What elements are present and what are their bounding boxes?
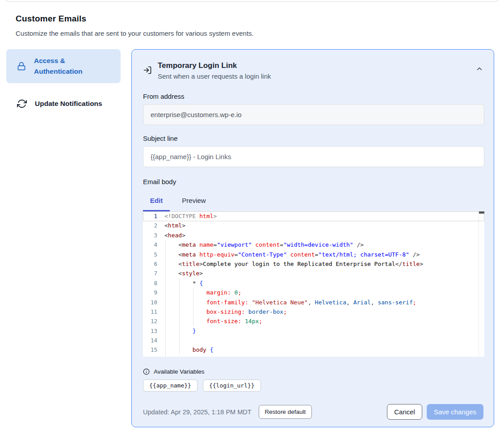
code-line[interactable]: 9 margin: 0; <box>143 288 484 297</box>
previous-card-bottom-edge <box>4 0 500 2</box>
code-text: <!DOCTYPE html> <box>164 211 484 221</box>
code-line[interactable]: 13 } <box>143 326 484 336</box>
page-header: Customer Emails Customize the emails tha… <box>16 14 418 37</box>
code-line[interactable]: 11 box-sizing: border-box; <box>143 307 484 316</box>
scrollbar-thumb[interactable] <box>479 211 484 214</box>
code-line[interactable]: 12 font-size: 14px; <box>143 316 484 326</box>
save-changes-button[interactable]: Save changes <box>427 404 483 420</box>
code-line[interactable]: 10 font-family: "Helvetica Neue", Helvet… <box>143 298 484 307</box>
login-icon <box>143 66 152 75</box>
line-number: 3 <box>143 231 164 240</box>
line-number: 15 <box>143 345 164 354</box>
sidebar-item-label: Access & Authentication <box>34 55 113 77</box>
panel-header: Temporary Login Link Sent when a user re… <box>143 60 483 82</box>
code-text: margin: 0; <box>164 288 484 297</box>
chevron-up-icon[interactable] <box>475 65 483 73</box>
line-number: 7 <box>143 269 164 278</box>
email-body-label: Email body <box>143 178 483 185</box>
temporary-login-link-panel: Temporary Login Link Sent when a user re… <box>131 49 494 427</box>
line-number: 8 <box>143 278 164 288</box>
available-variables-row: Available Variables <box>143 368 483 375</box>
line-number: 5 <box>143 250 164 259</box>
variable-chip-login-url[interactable]: {{login_url}} <box>203 379 261 392</box>
line-number: 1 <box>143 211 164 221</box>
refresh-icon <box>17 99 27 109</box>
code-line[interactable]: 1<!DOCTYPE html> <box>143 211 484 221</box>
line-number: 12 <box>143 316 164 326</box>
code-text: background-color: #ffffff; <box>164 355 484 357</box>
info-icon <box>143 368 150 375</box>
code-line[interactable]: 4 <meta name="viewport" content="width=d… <box>143 240 484 249</box>
available-variables-label: Available Variables <box>154 368 205 375</box>
line-number: 16 <box>143 355 164 357</box>
panel-title: Temporary Login Link <box>158 60 271 71</box>
code-text: * { <box>164 278 484 288</box>
subject-line-input[interactable] <box>143 146 484 167</box>
panel-footer: Updated: Apr 29, 2025, 1:18 PM MDT Resto… <box>143 404 483 420</box>
code-text: font-family: "Helvetica Neue", Helvetica… <box>164 298 484 307</box>
code-text: <meta name="viewport" content="width=dev… <box>164 240 484 249</box>
tab-preview[interactable]: Preview <box>177 193 211 211</box>
sidebar-item-label: Update Notifications <box>35 98 102 109</box>
line-number: 4 <box>143 240 164 249</box>
code-text: <style> <box>164 269 484 278</box>
sidebar-item-access-authentication[interactable]: Access & Authentication <box>6 49 121 83</box>
subject-line-label: Subject line <box>143 135 483 142</box>
page-subtitle: Customize the emails that are sent to yo… <box>16 29 418 37</box>
scrollbar-track-divider <box>479 211 479 357</box>
email-types-sidebar: Access & Authentication Update Notificat… <box>6 49 121 115</box>
code-line[interactable]: 16 background-color: #ffffff; <box>143 355 484 357</box>
from-address-label: From address <box>143 93 483 100</box>
cancel-button[interactable]: Cancel <box>387 404 422 420</box>
line-number: 10 <box>143 298 164 307</box>
code-text: box-sizing: border-box; <box>164 307 484 316</box>
code-line[interactable]: 3<head> <box>143 231 484 240</box>
code-text: <meta http-equiv="Content-Type" content=… <box>164 250 484 259</box>
code-line[interactable]: 8 * { <box>143 278 484 288</box>
code-line[interactable]: 6 <title>Complete your login to the Repl… <box>143 259 484 269</box>
variable-chips: {{app_name}} {{login_url}} <box>143 379 483 392</box>
code-text: <title>Complete your login to the Replic… <box>164 259 484 269</box>
code-line[interactable]: 15 body { <box>143 345 484 354</box>
line-number: 11 <box>143 307 164 316</box>
code-line[interactable]: 5 <meta http-equiv="Content-Type" conten… <box>143 250 484 259</box>
restore-default-button[interactable]: Restore default <box>259 405 312 419</box>
code-line[interactable]: 7 <style> <box>143 269 484 278</box>
page-title: Customer Emails <box>16 14 418 24</box>
code-text: } <box>164 326 484 336</box>
line-number: 14 <box>143 336 164 345</box>
from-address-input[interactable] <box>143 104 484 125</box>
code-text: <html> <box>164 221 484 230</box>
code-text <box>164 336 484 345</box>
code-text: font-size: 14px; <box>164 316 484 326</box>
sidebar-item-update-notifications[interactable]: Update Notifications <box>6 92 121 115</box>
updated-timestamp: Updated: Apr 29, 2025, 1:18 PM MDT <box>143 409 252 416</box>
variable-chip-app-name[interactable]: {{app_name}} <box>143 379 197 392</box>
line-number: 6 <box>143 259 164 269</box>
lock-icon <box>17 62 26 71</box>
line-number: 9 <box>143 288 164 297</box>
panel-subtitle: Sent when a user requests a login link <box>158 71 271 82</box>
email-body-tabs: Edit Preview <box>143 193 483 211</box>
line-number: 2 <box>143 221 164 230</box>
code-line[interactable]: 2<html> <box>143 221 484 230</box>
email-body-code-editor[interactable]: 1<!DOCTYPE html>2<html>3<head>4 <meta na… <box>143 211 484 357</box>
code-line[interactable]: 14 <box>143 336 484 345</box>
code-text: <head> <box>164 231 484 240</box>
tab-edit[interactable]: Edit <box>143 193 170 211</box>
code-text: body { <box>164 345 484 354</box>
line-number: 13 <box>143 326 164 336</box>
